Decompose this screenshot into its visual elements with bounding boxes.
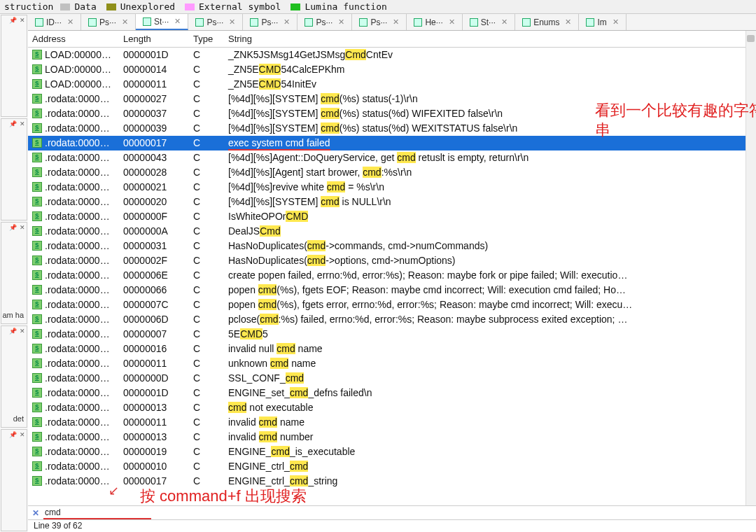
cell-length: 00000019 [119,444,189,459]
tab[interactable]: St···✕ [463,14,515,30]
cell-length: 00000043 [119,150,189,165]
panel-close-icon[interactable]: ✕ [20,120,25,127]
tab-close-icon[interactable]: ✕ [449,18,455,27]
panel-close-icon[interactable]: ✕ [20,224,25,231]
cell-address: .rodata:00000… [28,386,119,400]
table-row[interactable]: .rodata:00000…00000011Cinvalid cmd name [28,415,746,430]
string-icon [32,300,42,309]
cell-length: 00000027 [119,92,189,106]
tab-label: Im [597,18,606,27]
panel-pin-icon[interactable]: 📌 [9,431,17,438]
table-row[interactable]: .rodata:00000…00000007C5ECMD5 [28,327,746,342]
panel-pin-icon[interactable]: 📌 [9,17,17,24]
tab[interactable]: Enums✕ [515,14,579,30]
table-row[interactable]: .rodata:00000…00000020C[%4d][%s][SYSTEM]… [28,195,746,209]
cell-address: .rodata:00000… [28,371,119,386]
table-row[interactable]: .rodata:00000…00000013Cinvalid cmd numbe… [28,430,746,444]
table-row[interactable]: .rodata:00000…0000002FCHasNoDuplicates(c… [28,253,746,268]
cell-type: C [189,371,224,386]
table-row[interactable]: .rodata:00000…00000017CENGINE_ctrl_cmd_s… [28,474,746,489]
tab-icon [414,18,422,27]
table-row[interactable]: .rodata:00000…00000021C[%4d][%s]revive w… [28,180,746,195]
table-row[interactable]: .rodata:00000…00000019CENGINE_cmd_is_exe… [28,444,746,459]
tab-close-icon[interactable]: ✕ [67,18,74,27]
tab-icon [586,18,594,27]
table-row[interactable]: .rodata:00000…00000016Cinvalid null cmd … [28,342,746,356]
panel-pin-icon[interactable]: 📌 [9,120,17,127]
search-input[interactable] [43,507,151,519]
col-type[interactable]: Type [189,31,224,48]
col-length[interactable]: Length [119,31,189,48]
table-row[interactable]: .rodata:00000…0000006ECcreate popen fail… [28,268,746,283]
tab[interactable]: Ps···✕ [243,14,298,30]
panel-close-icon[interactable]: ✕ [20,431,25,438]
table-row[interactable]: .rodata:00000…0000000ACDealJSCmd [28,224,746,239]
tab-close-icon[interactable]: ✕ [565,18,571,27]
scrollbar-thumb[interactable] [747,35,755,42]
tab[interactable]: ID···✕ [28,14,81,30]
table-row[interactable]: .rodata:00000…0000000DCSSL_CONF_cmd [28,371,746,386]
tab-close-icon[interactable]: ✕ [174,17,181,26]
table-row[interactable]: .rodata:00000…00000037C[%4d][%s][SYSTEM]… [28,106,746,121]
tab-close-icon[interactable]: ✕ [338,18,344,27]
cell-string: create popen failed, errno:%d, error:%s)… [224,268,746,283]
side-panel[interactable]: ✕📌 [1,15,27,117]
table-row[interactable]: .rodata:00000…00000043C[%4d][%s]Agent::D… [28,150,746,165]
tab[interactable]: He···✕ [407,14,462,30]
table-row[interactable]: .rodata:00000…0000000FCIsWhiteOPOrCMD [28,209,746,224]
table-row[interactable]: LOAD:00000…00000014C_ZN5ECMD54CalcEPKhm [28,62,746,77]
panel-pin-icon[interactable]: 📌 [9,328,17,335]
table-row[interactable]: .rodata:00000…00000010CENGINE_ctrl_cmd [28,459,746,474]
tab[interactable]: St···✕ [136,14,188,30]
cell-length: 0000002F [119,253,189,268]
cell-string: [%4d][%s][SYSTEM] cmd is NULL\r\n [224,195,746,209]
cell-string: [%4d][%s][SYSTEM] cmd(%s) status(%d) WEX… [224,121,746,136]
cell-length: 00000014 [119,62,189,77]
table-row[interactable]: .rodata:00000…00000013Ccmd not executabl… [28,400,746,415]
cell-string: ENGINE_ctrl_cmd_string [224,474,746,489]
table-row[interactable]: .rodata:00000…0000006DCpclose(cmd:%s) fa… [28,312,746,327]
tab-close-icon[interactable]: ✕ [393,18,399,27]
cell-type: C [189,400,224,415]
side-panel[interactable]: ✕📌det [1,326,27,428]
tab-close-icon[interactable]: ✕ [229,18,235,27]
table-row[interactable]: LOAD:00000…0000001DC_ZNK5JSMsg14GetJSMsg… [28,48,746,62]
table-row[interactable]: .rodata:00000…00000066Cpopen cmd(%s), fg… [28,283,746,298]
cell-address: .rodata:00000… [28,400,119,415]
search-close-icon[interactable]: ✕ [28,508,43,518]
tab[interactable]: Im✕ [579,14,626,30]
side-panel[interactable]: ✕📌am ha [1,222,27,324]
panel-close-icon[interactable]: ✕ [20,328,25,335]
tab-close-icon[interactable]: ✕ [284,18,290,27]
cell-type: C [189,224,224,239]
table-row[interactable]: .rodata:00000…00000031CHasNoDuplicates(c… [28,239,746,253]
cell-type: C [189,312,224,327]
panel-close-icon[interactable]: ✕ [20,17,25,24]
tab-label: Ps··· [99,18,116,27]
tab-close-icon[interactable]: ✕ [501,18,507,27]
cell-length: 0000000F [119,209,189,224]
tab[interactable]: Ps···✕ [352,14,407,30]
table-row[interactable]: .rodata:00000…00000027C[%4d][%s][SYSTEM]… [28,92,746,106]
table-row[interactable]: .rodata:00000…0000001DCENGINE_set_cmd_de… [28,386,746,400]
cell-length: 0000001D [119,48,189,62]
table-row[interactable]: .rodata:00000…00000011Cunknown cmd name [28,356,746,371]
side-panel[interactable]: ✕📌 [1,429,27,531]
tab-close-icon[interactable]: ✕ [612,18,619,27]
table-row[interactable]: LOAD:00000…00000011C_ZN5ECMD54InitEv [28,77,746,92]
col-address[interactable]: Address [28,31,119,48]
table-row[interactable]: .rodata:00000…00000028C[%4d][%s][Agent] … [28,165,746,180]
vertical-scrollbar[interactable] [746,31,756,505]
tab[interactable]: Ps···✕ [188,14,243,30]
tab[interactable]: Ps···✕ [81,14,136,30]
side-panel[interactable]: ✕📌 [1,118,27,220]
table-row[interactable]: .rodata:00000…0000007CCpopen cmd(%s), fg… [28,298,746,312]
table-row[interactable]: .rodata:00000…00000017Cexec system cmd f… [28,136,746,150]
tab-bar: ID···✕Ps···✕St···✕Ps···✕Ps···✕Ps···✕Ps··… [28,14,756,31]
cell-string: _ZN5ECMD54CalcEPKhm [224,62,746,77]
col-string[interactable]: String [224,31,746,48]
tab[interactable]: Ps···✕ [298,14,352,30]
tab-close-icon[interactable]: ✕ [122,18,128,27]
panel-pin-icon[interactable]: 📌 [9,224,17,231]
table-row[interactable]: .rodata:00000…00000039C[%4d][%s][SYSTEM]… [28,121,746,136]
